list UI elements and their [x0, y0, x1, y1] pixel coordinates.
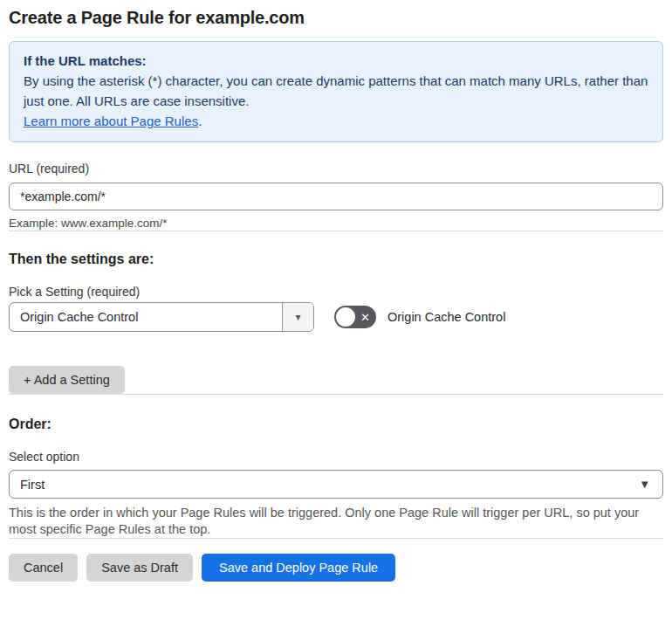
- setting-picker-dropdown[interactable]: Origin Cache Control ▾: [9, 302, 314, 332]
- order-section-heading: Order:: [9, 416, 663, 432]
- order-select-value: First: [10, 478, 639, 492]
- info-box-link-line: Learn more about Page Rules.: [24, 111, 648, 131]
- toggle-caption: Origin Cache Control: [387, 310, 505, 324]
- divider: [9, 538, 663, 539]
- url-match-info-box: If the URL matches: By using the asteris…: [9, 41, 663, 142]
- order-select-dropdown[interactable]: First ▼: [9, 470, 663, 499]
- divider: [9, 394, 663, 395]
- add-setting-button[interactable]: + Add a Setting: [9, 366, 125, 394]
- setting-row: Origin Cache Control ▾ ✕ Origin Cache Co…: [9, 302, 663, 332]
- pick-setting-label: Pick a Setting (required): [9, 285, 663, 300]
- info-box-heading: If the URL matches:: [24, 51, 648, 71]
- url-field-label: URL (required): [9, 162, 663, 176]
- order-select-label: Select option: [9, 450, 663, 465]
- url-example-text: Example: www.example.com/*: [9, 216, 663, 231]
- chevron-down-icon: ▾: [295, 312, 300, 322]
- cancel-button[interactable]: Cancel: [9, 554, 78, 582]
- caret-down-icon: ▼: [639, 479, 650, 490]
- toggle-off-x-icon: ✕: [360, 312, 370, 323]
- url-input[interactable]: [9, 183, 663, 210]
- page-rule-form: Create a Page Rule for example.com If th…: [0, 7, 672, 582]
- setting-picker-arrow-button[interactable]: ▾: [282, 303, 313, 331]
- page-title: Create a Page Rule for example.com: [9, 7, 663, 28]
- toggle-knob: [336, 307, 355, 327]
- divider: [9, 231, 663, 231]
- origin-cache-control-toggle[interactable]: ✕: [334, 306, 376, 328]
- order-helper-text: This is the order in which your Page Rul…: [9, 505, 663, 538]
- footer-actions: Cancel Save as Draft Save and Deploy Pag…: [9, 554, 663, 582]
- setting-picker-value: Origin Cache Control: [10, 303, 282, 331]
- save-and-deploy-button[interactable]: Save and Deploy Page Rule: [202, 554, 395, 582]
- save-as-draft-button[interactable]: Save as Draft: [86, 554, 193, 582]
- learn-more-link[interactable]: Learn more about Page Rules: [24, 114, 198, 128]
- settings-section-heading: Then the settings are:: [9, 251, 663, 267]
- link-period: .: [198, 114, 202, 128]
- info-box-body: By using the asterisk (*) character, you…: [24, 71, 648, 111]
